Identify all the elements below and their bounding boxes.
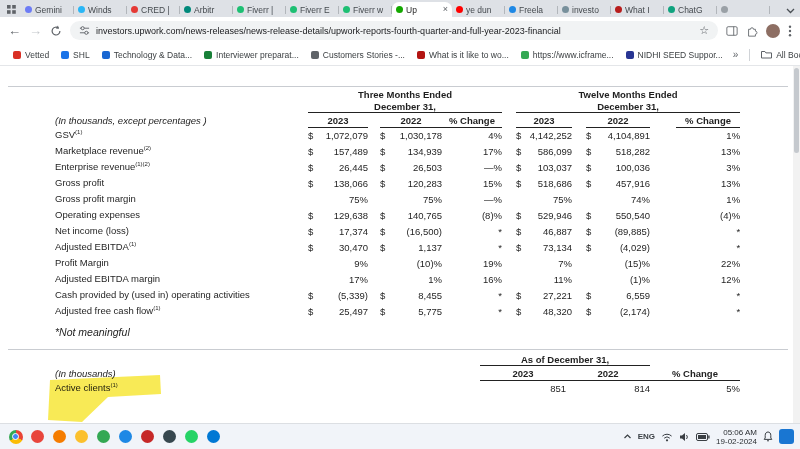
group-header-as-of: As of December 31,: [480, 353, 650, 365]
side-panel-icon[interactable]: [726, 25, 738, 37]
browser-tab[interactable]: ChatG: [664, 2, 717, 17]
taskbar-app-icon[interactable]: [138, 427, 157, 446]
browser-tab[interactable]: Freela: [505, 2, 558, 17]
taskbar-chrome-icon[interactable]: [6, 427, 25, 446]
cell-value: 851: [480, 380, 566, 396]
browser-tab[interactable]: investo: [558, 2, 611, 17]
bookmark-favicon: [417, 51, 425, 59]
browser-tab[interactable]: Fiverr |: [233, 2, 286, 17]
bookmark-label: https://www.icframe...: [533, 50, 614, 60]
cell-value: 30,470: [321, 239, 368, 255]
cell-currency: [380, 255, 393, 271]
browser-tab[interactable]: Gemini: [21, 2, 74, 17]
battery-icon[interactable]: [696, 433, 710, 441]
profile-avatar[interactable]: [766, 24, 780, 38]
cell-currency: [516, 191, 528, 207]
cell-value: 103,037: [528, 159, 572, 175]
tab-title: Fiverr w: [353, 5, 388, 15]
browser-tab[interactable]: [717, 2, 770, 17]
bookmark-item[interactable]: https://www.icframe...: [516, 48, 619, 62]
bookmark-favicon: [102, 51, 110, 59]
menu-kebab-icon[interactable]: [788, 25, 792, 37]
cell-currency: $: [586, 207, 598, 223]
taskbar-app-icon[interactable]: [94, 427, 113, 446]
taskbar-app-icon[interactable]: [160, 427, 179, 446]
cell-value: 120,283: [393, 175, 442, 191]
cell-value: (1)%: [598, 271, 650, 287]
browser-tab[interactable]: Arbitr: [180, 2, 233, 17]
table-row: Adjusted free cash flow(1) $ 25,497 $ 5,…: [55, 303, 740, 319]
group-header-three-months: Three Months Ended: [308, 88, 502, 100]
wifi-icon[interactable]: [661, 432, 673, 442]
address-bar[interactable]: investors.upwork.com/news-releases/news-…: [70, 21, 718, 40]
tab-grid-icon[interactable]: [4, 3, 19, 16]
bookmark-item[interactable]: Customers Stories -...: [306, 48, 410, 62]
taskbar-app-icon[interactable]: [204, 427, 223, 446]
cell-currency: $: [308, 287, 321, 303]
tab-favicon: [668, 6, 675, 13]
year-header: 2022: [586, 112, 650, 127]
cell-value: 138,066: [321, 175, 368, 191]
bookmark-item[interactable]: What is it like to wo...: [412, 48, 514, 62]
tab-favicon: [615, 6, 622, 13]
bookmark-star-icon[interactable]: ☆: [699, 25, 709, 36]
notifications-bell-icon[interactable]: [763, 431, 773, 442]
bookmark-item[interactable]: NIDHI SEED Suppor...: [621, 48, 728, 62]
browser-tab[interactable]: Fiverr w: [339, 2, 392, 17]
cell-value: 100,036: [598, 159, 650, 175]
cell-value: (4,029): [598, 239, 650, 255]
bookmark-item[interactable]: Interviewer preparat...: [199, 48, 304, 62]
cell-value: 75%: [528, 191, 572, 207]
bookmark-item[interactable]: Vetted: [8, 48, 54, 62]
tab-title: Arbitr: [194, 5, 229, 15]
cell-value: 1,072,079: [321, 127, 368, 143]
widget-badge[interactable]: [779, 429, 794, 444]
cell-currency: $: [308, 223, 321, 239]
all-bookmarks-button[interactable]: All Bookmarks: [756, 48, 800, 62]
url-text[interactable]: investors.upwork.com/news-releases/news-…: [96, 26, 693, 36]
bookmark-label: Vetted: [25, 50, 49, 60]
tray-chevron-up-icon[interactable]: [623, 433, 632, 440]
browser-tab[interactable]: Fiverr E: [286, 2, 339, 17]
bookmark-item[interactable]: Technology & Data...: [97, 48, 197, 62]
table-row: Gross profit $ 138,066 $ 120,283 15% $ 5…: [55, 175, 740, 191]
page-scrollbar[interactable]: [793, 66, 800, 423]
taskbar-app-icon[interactable]: [50, 427, 69, 446]
reload-icon[interactable]: [50, 25, 62, 37]
browser-tab-active[interactable]: Up ×: [392, 2, 452, 17]
cell-pct-change: 13%: [676, 143, 740, 159]
cell-value: 8,455: [393, 287, 442, 303]
back-icon[interactable]: ←: [8, 24, 21, 37]
cell-pct-change: —%: [442, 191, 502, 207]
browser-tab[interactable]: ye dun: [452, 2, 505, 17]
cell-value: (89,885): [598, 223, 650, 239]
cell-pct-change: 4%: [442, 127, 502, 143]
taskbar-clock[interactable]: 05:06 AM 19-02-2024: [716, 428, 757, 446]
all-bookmarks-label: All Bookmarks: [776, 50, 800, 60]
language-indicator[interactable]: ENG: [638, 432, 655, 441]
browser-tab[interactable]: Winds: [74, 2, 127, 17]
taskbar-app-icon[interactable]: [72, 427, 91, 446]
tab-list-chevron-icon[interactable]: [786, 8, 795, 14]
bookmarks-overflow-chevron[interactable]: »: [730, 49, 742, 60]
extensions-puzzle-icon[interactable]: [746, 25, 758, 37]
scrollbar-thumb[interactable]: [794, 68, 799, 153]
group-header-twelve-months: Twelve Months Ended: [516, 88, 740, 100]
volume-icon[interactable]: [679, 432, 690, 442]
cell-currency: $: [380, 175, 393, 191]
cell-currency: $: [586, 127, 598, 143]
cell-value: 157,489: [321, 143, 368, 159]
taskbar-app-icon[interactable]: [182, 427, 201, 446]
pct-change-header: % Change: [676, 112, 740, 127]
tab-favicon: [290, 6, 297, 13]
forward-icon[interactable]: →: [29, 24, 42, 37]
tab-close-icon[interactable]: ×: [443, 5, 448, 14]
taskbar-app-icon[interactable]: [28, 427, 47, 446]
browser-tab[interactable]: CRED |: [127, 2, 180, 17]
site-settings-icon[interactable]: [79, 25, 90, 36]
cell-pct-change: *: [442, 223, 502, 239]
taskbar-app-icon[interactable]: [116, 427, 135, 446]
browser-window: Gemini Winds CRED | Arbitr: [0, 0, 800, 449]
bookmark-item[interactable]: SHL: [56, 48, 95, 62]
browser-tab[interactable]: What I: [611, 2, 664, 17]
